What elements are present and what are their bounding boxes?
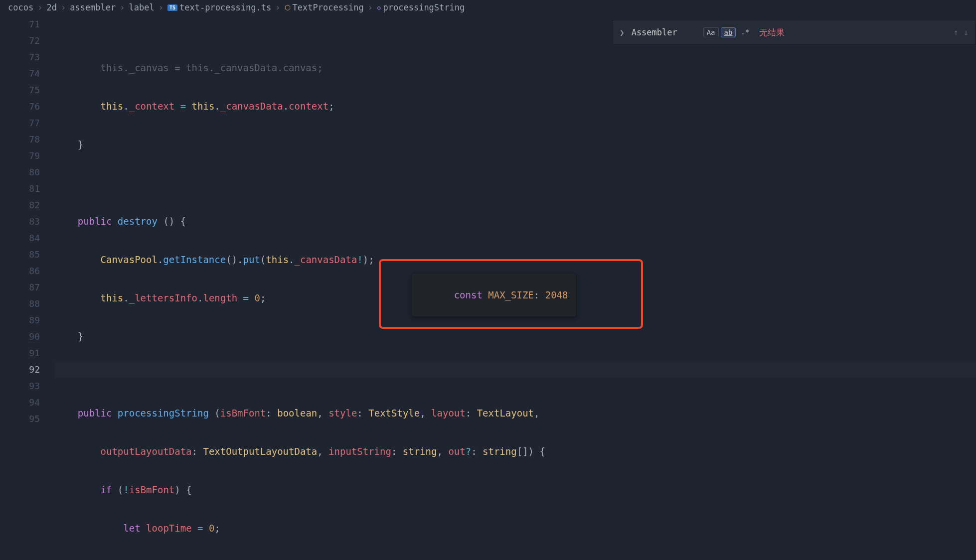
line-number[interactable]: 95	[0, 411, 40, 427]
code-line[interactable]: let loopTime = 0;	[55, 520, 976, 537]
code-line[interactable]: }	[55, 137, 976, 153]
method-icon: ◇	[377, 3, 381, 11]
match-whole-word-label: ab	[724, 28, 733, 36]
match-case-button[interactable]: Aa	[703, 27, 719, 37]
line-number[interactable]: 93	[0, 378, 40, 394]
line-number[interactable]: 72	[0, 32, 40, 49]
line-number[interactable]: 77	[0, 115, 40, 131]
hover-tooltip: const MAX_SIZE: 2048	[411, 273, 576, 317]
chevron-right-icon: ›	[159, 2, 163, 12]
line-number-current[interactable]: 92	[0, 361, 40, 378]
code-line[interactable]: outputLayoutData: TextOutputLayoutData, …	[55, 443, 976, 460]
expand-find-icon[interactable]: ❯	[620, 28, 625, 37]
crumb-file[interactable]: TS text-processing.ts	[167, 2, 271, 12]
typescript-icon: TS	[167, 4, 177, 11]
line-number[interactable]: 89	[0, 312, 40, 328]
find-no-results: 无结果	[759, 27, 785, 38]
code-line[interactable]: public processingString (isBmFont: boole…	[55, 405, 976, 421]
chevron-right-icon: ›	[275, 2, 280, 12]
chevron-right-icon: ›	[61, 2, 66, 12]
code-editor[interactable]: 71 72 73 74 75 76 77 78 79 80 81 82 83 8…	[0, 15, 976, 560]
crumb-class[interactable]: ⬡ TextProcessing	[285, 2, 364, 12]
chevron-right-icon: ›	[368, 2, 373, 12]
line-number[interactable]: 82	[0, 197, 40, 213]
line-number[interactable]: 80	[0, 164, 40, 180]
line-number[interactable]: 88	[0, 295, 40, 312]
line-number[interactable]: 86	[0, 263, 40, 279]
tooltip-keyword: const	[454, 289, 488, 300]
code-line[interactable]: if (!isBmFont) {	[55, 482, 976, 498]
match-whole-word-button[interactable]: ab	[721, 27, 736, 37]
line-number[interactable]: 91	[0, 345, 40, 361]
code-line[interactable]: }	[55, 328, 976, 345]
crumb-method[interactable]: ◇ processingString	[377, 2, 465, 12]
line-number[interactable]: 83	[0, 213, 40, 230]
regex-button[interactable]: .*	[738, 27, 752, 37]
line-number[interactable]: 75	[0, 82, 40, 98]
code-area[interactable]: this._canvas = this._canvasData.canvas; …	[55, 15, 976, 560]
crumb-2d[interactable]: 2d	[46, 2, 56, 12]
code-line[interactable]: this._context = this._canvasData.context…	[55, 98, 976, 115]
find-next-button[interactable]: ↓	[964, 27, 969, 37]
line-number[interactable]: 81	[0, 180, 40, 197]
crumb-cocos[interactable]: cocos	[8, 2, 33, 12]
crumb-assembler[interactable]: assembler	[70, 2, 116, 12]
crumb-class-label: TextProcessing	[293, 2, 364, 12]
find-panel[interactable]: ❯ Assembler Aa ab .* 无结果 ↑ ↓	[612, 20, 976, 45]
line-number[interactable]: 71	[0, 16, 40, 32]
breadcrumb[interactable]: cocos › 2d › assembler › label › TS text…	[0, 0, 976, 15]
code-line[interactable]: this._canvas = this._canvasData.canvas;	[55, 60, 976, 76]
code-line[interactable]	[55, 175, 976, 191]
find-input[interactable]: Assembler	[632, 27, 696, 37]
line-number[interactable]: 84	[0, 230, 40, 246]
class-icon: ⬡	[285, 3, 291, 11]
line-number[interactable]: 85	[0, 246, 40, 263]
current-line-highlight	[55, 361, 976, 378]
line-number[interactable]: 73	[0, 49, 40, 65]
line-number[interactable]: 90	[0, 328, 40, 345]
line-number[interactable]: 76	[0, 98, 40, 115]
line-number-gutter[interactable]: 71 72 73 74 75 76 77 78 79 80 81 82 83 8…	[0, 15, 55, 560]
line-number[interactable]: 87	[0, 279, 40, 295]
tooltip-value: 2048	[545, 289, 568, 300]
line-number[interactable]: 94	[0, 394, 40, 411]
tooltip-name: MAX_SIZE	[488, 289, 534, 300]
find-prev-button[interactable]: ↑	[954, 27, 959, 37]
chevron-right-icon: ›	[120, 2, 125, 12]
crumb-file-label: text-processing.ts	[179, 2, 271, 12]
code-line[interactable]: public destroy () {	[55, 213, 976, 230]
crumb-label[interactable]: label	[129, 2, 155, 12]
line-number[interactable]: 79	[0, 147, 40, 164]
tooltip-sep: :	[534, 289, 545, 300]
line-number[interactable]: 78	[0, 131, 40, 147]
code-line[interactable]: CanvasPool.getInstance().put(this._canva…	[55, 252, 976, 268]
line-number[interactable]: 74	[0, 65, 40, 82]
crumb-method-label: processingString	[383, 2, 465, 12]
chevron-right-icon: ›	[37, 2, 42, 12]
